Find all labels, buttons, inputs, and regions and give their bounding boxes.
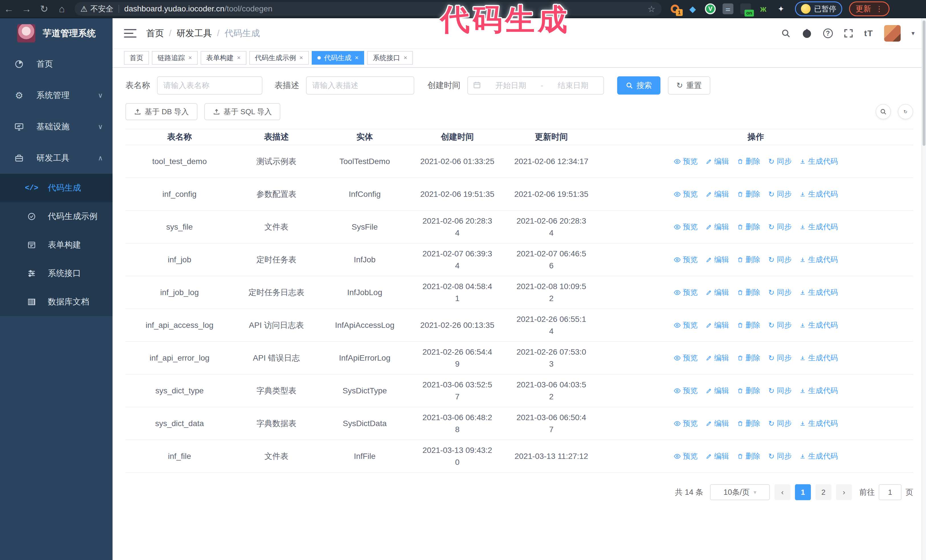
preview-link[interactable]: 预览	[674, 320, 698, 330]
edit-link[interactable]: 编辑	[706, 386, 729, 395]
refresh-table-button[interactable]: ↻	[898, 104, 913, 119]
github-icon[interactable]	[802, 28, 812, 39]
generate-code-link[interactable]: 生成代码	[799, 255, 838, 265]
sync-link[interactable]: ↻ 同步	[769, 320, 792, 330]
edit-link[interactable]: 编辑	[706, 255, 729, 265]
sync-link[interactable]: ↻ 同步	[769, 189, 792, 199]
sync-link[interactable]: ↻ 同步	[769, 418, 792, 429]
fullscreen-icon[interactable]	[844, 29, 853, 38]
preview-link[interactable]: 预览	[674, 418, 698, 429]
prev-page-button[interactable]: ‹	[775, 484, 790, 500]
generate-code-link[interactable]: 生成代码	[799, 287, 838, 297]
tag-home[interactable]: 首页	[124, 51, 149, 65]
sidebar-item-infra[interactable]: 基础设施 ∨	[0, 111, 112, 142]
delete-link[interactable]: 删除	[737, 451, 761, 461]
close-icon[interactable]: ×	[188, 54, 192, 62]
delete-link[interactable]: 删除	[737, 353, 761, 363]
sidebar-item-devtools[interactable]: 研发工具 ∧	[0, 142, 112, 174]
preview-link[interactable]: 预览	[674, 353, 698, 363]
extensions-puzzle-icon[interactable]: ✦	[776, 3, 787, 14]
extension-proxy-icon[interactable]: on	[740, 3, 751, 14]
browser-back-button[interactable]: ←	[0, 3, 18, 15]
sidebar-item-system-api[interactable]: 系统接口	[0, 259, 112, 288]
delete-link[interactable]: 删除	[737, 156, 761, 166]
tag-tracing[interactable]: 链路追踪×	[152, 51, 198, 65]
close-icon[interactable]: ×	[237, 54, 241, 62]
next-page-button[interactable]: ›	[836, 484, 852, 500]
font-size-icon[interactable]: tT	[864, 29, 873, 38]
preview-link[interactable]: 预览	[674, 451, 698, 461]
avatar-caret-icon[interactable]: ▾	[911, 30, 915, 37]
edit-link[interactable]: 编辑	[706, 222, 729, 232]
browser-reload-button[interactable]: ↻	[35, 3, 53, 15]
preview-link[interactable]: 预览	[674, 386, 698, 395]
tag-codegen-example[interactable]: 代码生成示例×	[249, 51, 309, 65]
edit-link[interactable]: 编辑	[706, 451, 729, 461]
search-icon[interactable]	[781, 29, 791, 38]
toggle-search-button[interactable]	[876, 104, 891, 119]
page-button-2[interactable]: 2	[816, 484, 831, 500]
sync-link[interactable]: ↻ 同步	[769, 386, 792, 395]
sync-link[interactable]: ↻ 同步	[769, 353, 792, 363]
delete-link[interactable]: 删除	[737, 386, 761, 395]
goto-page-input[interactable]	[879, 484, 902, 500]
bookmark-star-icon[interactable]: ☆	[648, 4, 655, 14]
sync-link[interactable]: ↻ 同步	[769, 255, 792, 265]
edit-link[interactable]: 编辑	[706, 156, 729, 166]
generate-code-link[interactable]: 生成代码	[799, 418, 838, 429]
tag-form-builder[interactable]: 表单构建×	[201, 51, 247, 65]
sidebar-item-codegen[interactable]: </> 代码生成	[0, 174, 112, 202]
user-avatar[interactable]	[884, 25, 901, 42]
profile-paused-badge[interactable]: 已暂停	[795, 2, 842, 16]
extension-sliders-icon[interactable]: ⚌	[723, 3, 733, 14]
url-bar[interactable]: ⚠ 不安全 dashboard.yudao.iocoder.cn /tool/c…	[75, 2, 661, 16]
edit-link[interactable]: 编辑	[706, 189, 729, 199]
sidebar-item-codegen-example[interactable]: 代码生成示例	[0, 202, 112, 231]
generate-code-link[interactable]: 生成代码	[799, 156, 838, 166]
scrollbar-thumb[interactable]	[923, 21, 925, 146]
generate-code-link[interactable]: 生成代码	[799, 222, 838, 232]
sync-link[interactable]: ↻ 同步	[769, 156, 792, 166]
extension-ring-icon[interactable]: 1	[670, 3, 680, 14]
edit-link[interactable]: 编辑	[706, 353, 729, 363]
breadcrumb-item-devtools[interactable]: 研发工具	[177, 27, 212, 39]
browser-home-button[interactable]: ⌂	[53, 3, 71, 15]
import-sql-button[interactable]: 基于 SQL 导入	[204, 103, 281, 120]
sidebar-item-form-builder[interactable]: 表单构建	[0, 231, 112, 259]
edit-link[interactable]: 编辑	[706, 418, 729, 429]
menu-dots-icon[interactable]: ⋮	[876, 5, 883, 14]
preview-link[interactable]: 预览	[674, 222, 698, 232]
sidebar-item-home[interactable]: 首页	[0, 48, 112, 80]
help-icon[interactable]: ?	[823, 29, 833, 38]
delete-link[interactable]: 删除	[737, 320, 761, 330]
close-icon[interactable]: ×	[404, 54, 407, 62]
edit-link[interactable]: 编辑	[706, 320, 729, 330]
preview-link[interactable]: 预览	[674, 156, 698, 166]
table-name-input[interactable]	[157, 76, 262, 95]
sync-link[interactable]: ↻ 同步	[769, 287, 792, 297]
preview-link[interactable]: 预览	[674, 189, 698, 199]
browser-update-button[interactable]: 更新 ⋮	[849, 2, 890, 16]
generate-code-link[interactable]: 生成代码	[799, 353, 838, 363]
sidebar-item-system[interactable]: ⚙ 系统管理 ∨	[0, 80, 112, 111]
sidebar-item-db-doc[interactable]: 数据库文档	[0, 288, 112, 316]
table-desc-input[interactable]	[306, 76, 414, 95]
extension-v-icon[interactable]: V	[705, 3, 716, 14]
delete-link[interactable]: 删除	[737, 287, 761, 297]
generate-code-link[interactable]: 生成代码	[799, 451, 838, 461]
delete-link[interactable]: 删除	[737, 189, 761, 199]
reset-button[interactable]: ↻ 重置	[668, 76, 710, 95]
preview-link[interactable]: 预览	[674, 255, 698, 265]
hamburger-icon[interactable]	[124, 27, 136, 40]
sync-link[interactable]: ↻ 同步	[769, 451, 792, 461]
edit-link[interactable]: 编辑	[706, 287, 729, 297]
page-button-1[interactable]: 1	[795, 484, 811, 500]
security-badge[interactable]: ⚠ 不安全	[80, 4, 113, 14]
breadcrumb-item-home[interactable]: 首页	[146, 27, 164, 39]
tag-system-api[interactable]: 系统接口×	[367, 51, 413, 65]
generate-code-link[interactable]: 生成代码	[799, 386, 838, 395]
preview-link[interactable]: 预览	[674, 287, 698, 297]
close-icon[interactable]: ×	[355, 54, 359, 62]
delete-link[interactable]: 删除	[737, 418, 761, 429]
delete-link[interactable]: 删除	[737, 222, 761, 232]
